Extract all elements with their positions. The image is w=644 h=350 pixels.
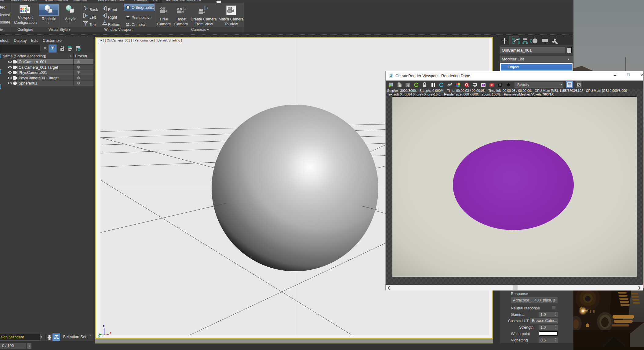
svg-text:x: x [110, 331, 111, 334]
svg-text:z: z [103, 324, 105, 328]
svg-text:y: y [98, 334, 100, 338]
svg-text:AF: AF [447, 84, 451, 87]
svg-text:Q: Q [407, 83, 409, 87]
